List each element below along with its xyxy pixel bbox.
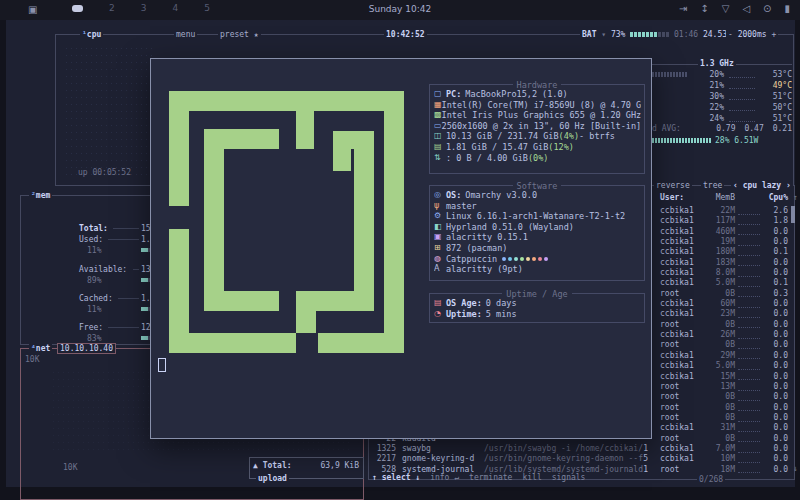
loadavg-row: d AVG: 0.790.470.21 [652,124,792,133]
preset-button[interactable]: preset ★ [218,30,261,39]
proc-row[interactable]: ccbika1117M1.8 [660,216,788,226]
proc-scrollbar[interactable] [791,206,795,223]
os-icon: ◎ [434,190,446,201]
sort-mode-selector[interactable]: ‹ cpu lazy › [731,181,793,190]
update-interval: - 2000ms + [726,30,778,39]
info-row: ▦Intel(R) Core(TM) i7-8569U (8) @ 4.70 G… [434,100,641,111]
proc-command-row[interactable]: 2217gnome-keyring-d/usr/bin/gnome-keyrin… [366,454,648,464]
proc-row[interactable]: ccbika129M0.0 [660,351,788,361]
terminal-icon: ▣ [434,232,446,243]
uptime-icon: ◔ [434,309,446,320]
font-icon: A [434,264,446,275]
kernel-icon: ⚙ [434,211,446,222]
theme-icon: ◍ [434,254,446,265]
core-row: 22%50°C [652,102,792,113]
logout-icon[interactable]: ⇥ [679,3,687,14]
info-row: ⚙Linux 6.16.1-arch1-Watanare-T2-1-t2 [434,211,641,222]
os-age-icon: ▤ [434,298,446,309]
footer-kill-button[interactable]: kill [522,473,541,482]
sort-reverse-button[interactable]: reverse [654,181,692,190]
proc-row[interactable]: ccbika126M0.0 [660,330,788,340]
section-hardware: Hardware▢PC:MacBookPro15,2 (1.0)▦Intel(R… [429,84,645,174]
volume-icon[interactable]: ◁ [742,3,750,14]
swap-icon: ⇅ [434,153,446,164]
core-row: 30%51°C [652,91,792,102]
core-row: 24%51°C [652,113,792,124]
section-title: Software [513,181,562,191]
info-row: ▭2560x1600 @ 2x in 13", 60 Hz [Built-in] [434,121,641,132]
proc-row[interactable]: ccbika15.0M0.0 [660,361,788,371]
mem-stat-label: Used: [79,235,103,244]
net-ip[interactable]: 10.10.10.40 [57,343,116,354]
mem-box-title[interactable]: ²mem [29,191,52,200]
proc-row[interactable]: root0B0.0 [660,320,788,330]
footer-info-button[interactable]: info ↵ [430,473,459,482]
proc-row[interactable]: root0B0.3 [660,289,788,299]
proc-row[interactable]: ccbika119M0.0 [660,237,788,247]
proc-command-row[interactable]: 1325swaybg/usr/bin/swaybg -i /home/ccbik… [366,444,648,454]
proc-row[interactable]: ccbika110M0.0 [660,454,788,464]
scroll-up-arrow[interactable]: ↑ [793,193,798,202]
sort-tree-button[interactable]: tree [701,181,724,190]
mem-stat-label: Available: [79,265,127,274]
proc-row[interactable]: ccbika1180M0.1 [660,247,788,257]
core-row: 20%53°C [652,69,792,80]
footer-terminate-button[interactable]: terminate [469,473,512,482]
info-row: ▢PC:MacBookPro15,2 (1.0) [434,89,641,100]
cpu-freq: 1.3 GHz [698,59,736,68]
battery-icon[interactable]: ▮ [784,3,790,14]
cpu-clock: 10:42:52 [384,30,427,39]
proc-row[interactable]: root18M0.0 [660,465,788,475]
mem-stat-label: Free: [79,323,103,332]
proc-row[interactable]: ccbika18.0M0.0 [660,268,788,278]
proc-row[interactable]: ccbika115M0.0 [660,372,788,382]
proc-row[interactable]: ccbika1183M0.0 [660,258,788,268]
info-row: ψmaster [434,201,641,212]
core-list: 20%53°C21%49°C30%51°C22%50°C24%51°C [652,69,792,124]
network-icon[interactable]: ▽ [722,3,730,14]
info-row: ◔Uptime:5 mins [434,309,641,320]
proc-row[interactable]: root0B0.0 [660,392,788,402]
info-row: ▤1.81 GiB / 15.47 GiB (12%) [434,142,641,153]
proc-row[interactable]: root0B0.0 [660,403,788,413]
interval-plus-button[interactable]: + [771,30,776,39]
battery-status: BAT ▾ 73% 01:46 24.53W [580,30,734,39]
bluetooth-icon[interactable]: ↕ [700,3,708,14]
wm-icon: ◧ [434,222,446,233]
battery-meter [630,32,669,37]
info-row: ◧Hyprland 0.51.0 (Wayland) [434,222,641,233]
net-box-title[interactable]: ⁴net [29,344,52,353]
scroll-down-arrow[interactable]: ↓ [793,464,798,473]
core-row: 21%49°C [652,80,792,91]
footer-select-button[interactable]: ↑ select ↓ [372,473,420,482]
omarchy-logo [169,91,404,353]
proc-row[interactable]: ccbika15.0M0.1 [660,278,788,288]
mem-stat-label: Cached: [79,294,113,303]
proc-row[interactable]: root0B0.0 [660,434,788,444]
proc-row[interactable]: root0B0.0 [660,413,788,423]
desktop: ▣ 2345 Sunday 10:42 ⇥↕▽◁⊙▮ ¹cpu menu pre… [0,0,800,500]
cpu-box-title[interactable]: ¹cpu [80,30,103,39]
section-title: Hardware [513,80,562,90]
process-list: ccbika122M2.6ccbika1117M1.8ccbika1460M0.… [660,206,788,475]
footer-signals-button[interactable]: signals [552,473,586,482]
info-row: ◎OS:Omarchy v3.0.0 [434,190,641,201]
proc-row[interactable]: root13M0.0 [660,382,788,392]
branch-icon: ψ [434,201,446,212]
proc-row[interactable]: ccbika1460M0.0 [660,227,788,237]
display-icon: ▭ [434,121,442,132]
power-row: 28% 6.51W [652,136,792,145]
proc-row[interactable]: ccbika123M0.0 [660,309,788,319]
proc-row[interactable]: ccbika122M2.6 [660,206,788,216]
proc-row[interactable]: ccbika131M0.0 [660,423,788,433]
cpu-icon: ▦ [434,100,442,111]
proc-row[interactable]: root0B0.0 [660,340,788,350]
upload-tag[interactable]: upload [256,474,289,483]
mem-stat-label: Total: [79,224,108,233]
record-icon[interactable]: ⊙ [763,3,771,14]
mem-stat-pct: 11% [87,305,101,314]
interval-minus-button[interactable]: - [728,30,733,39]
menu-button[interactable]: menu [174,30,197,39]
proc-row[interactable]: ccbika160M0.0 [660,299,788,309]
proc-row[interactable]: ccbika17.0M0.0 [660,444,788,454]
